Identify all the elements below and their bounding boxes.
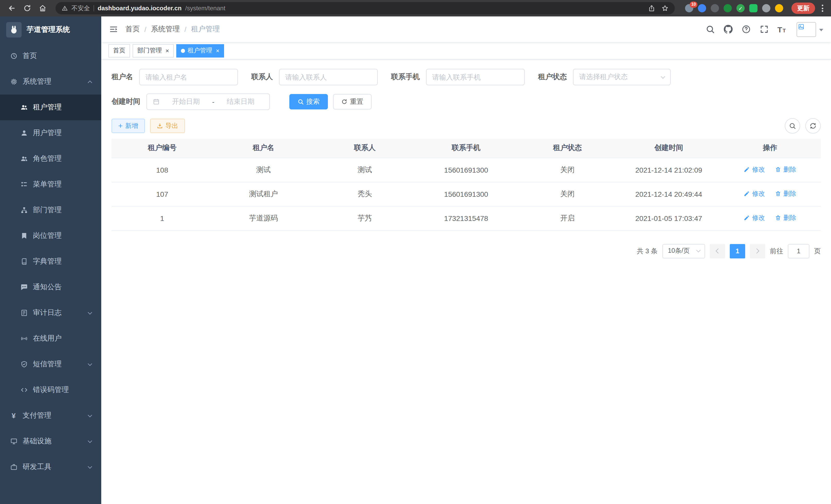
sidebar-item-label: 部门管理 [33, 206, 62, 215]
sidebar-item-role[interactable]: 角色管理 [0, 146, 101, 172]
address-bar[interactable]: 不安全 dashboard.yudao.iocoder.cn/system/te… [56, 2, 675, 14]
contact-input[interactable] [285, 73, 372, 81]
trash-icon [775, 167, 781, 173]
sidebar-item-user[interactable]: 用户管理 [0, 120, 101, 146]
sidebar-item-tenant[interactable]: 租户管理 [0, 94, 101, 120]
export-button-label: 导出 [166, 121, 178, 130]
page-size-select[interactable]: 10条/页 [662, 244, 705, 258]
prev-page-button[interactable] [710, 244, 725, 258]
reload-button[interactable] [21, 2, 34, 15]
help-button[interactable] [741, 25, 751, 34]
tag-home[interactable]: 首页 [109, 44, 130, 57]
delete-button[interactable]: 删除 [775, 166, 796, 174]
sidebar-item-payment[interactable]: ¥ 支付管理 [0, 403, 101, 428]
breadcrumb-item-home[interactable]: 首页 [125, 25, 140, 34]
home-button[interactable] [36, 2, 49, 15]
goto-page-input[interactable] [788, 244, 809, 258]
status-select[interactable]: 请选择租户状态 [573, 69, 671, 85]
sidebar-item-label: 租户管理 [33, 103, 62, 112]
sidebar-item-dict[interactable]: 字典管理 [0, 249, 101, 274]
cell-created: 2021-01-05 17:03:47 [618, 206, 719, 230]
sidebar-item-home[interactable]: 首页 [0, 43, 101, 69]
security-label: 不安全 [71, 4, 90, 12]
chevron-down-icon [88, 310, 92, 315]
edit-button[interactable]: 修改 [744, 189, 765, 198]
extension-icon-dark-green[interactable] [724, 4, 732, 12]
refresh-table-button[interactable] [805, 118, 821, 134]
pagination: 共 3 条 10条/页 1 前往 页 [112, 244, 821, 258]
reset-button[interactable]: 重置 [333, 94, 372, 110]
app-logo[interactable]: 芋道管理系统 [0, 17, 101, 43]
broken-image-icon [798, 23, 804, 30]
back-button[interactable] [5, 2, 19, 15]
audit-log-icon [20, 309, 28, 317]
delete-button[interactable]: 删除 [775, 189, 796, 198]
tag-tenant-active[interactable]: 租户管理 × [176, 44, 224, 57]
delete-label: 删除 [783, 166, 796, 174]
sidebar-item-post[interactable]: 岗位管理 [0, 223, 101, 249]
avatar [797, 22, 816, 37]
extension-icon-green-check[interactable]: ✓ [737, 4, 745, 12]
sidebar-item-dept[interactable]: 部门管理 [0, 197, 101, 223]
online-signal-icon [20, 335, 28, 342]
sidebar-item-label: 岗位管理 [33, 231, 62, 240]
sidebar-item-label: 错误码管理 [33, 385, 69, 394]
toggle-search-button[interactable] [785, 118, 800, 134]
edit-button[interactable]: 修改 [744, 214, 765, 223]
search-button[interactable]: 搜索 [289, 94, 328, 110]
export-button[interactable]: 导出 [150, 119, 185, 133]
update-button[interactable]: 更新 [792, 3, 815, 14]
chevron-down-icon [696, 248, 701, 253]
tenant-name-input[interactable] [145, 73, 232, 81]
sidebar-item-audit-log[interactable]: 审计日志 [0, 300, 101, 326]
github-button[interactable] [723, 25, 733, 34]
filter-row-2: 创建时间 开始日期 - 结束日期 搜索 重置 [112, 93, 821, 110]
fullscreen-button[interactable] [759, 25, 769, 34]
font-size-button[interactable]: T T [777, 25, 786, 33]
cell-contact: 芋艿 [314, 206, 416, 230]
sidebar-item-sms[interactable]: 短信管理 [0, 351, 101, 377]
pencil-icon [744, 167, 750, 173]
share-icon[interactable] [648, 5, 655, 12]
edit-button[interactable]: 修改 [744, 166, 765, 174]
next-page-button[interactable] [750, 244, 765, 258]
sidebar-collapse-button[interactable] [109, 25, 118, 34]
tag-dept[interactable]: 部门管理 × [133, 44, 174, 57]
user-icon [20, 129, 28, 137]
create-time-label: 创建时间 [112, 97, 140, 106]
star-icon[interactable] [661, 5, 668, 12]
close-icon[interactable]: × [166, 48, 169, 54]
breadcrumb-separator: / [184, 25, 187, 33]
url-host: dashboard.yudao.iocoder.cn [98, 5, 182, 12]
url-path: /system/tenant [185, 5, 225, 12]
sidebar-item-online-users[interactable]: 在线用户 [0, 326, 101, 351]
sidebar-item-notice[interactable]: 通知公告 [0, 274, 101, 300]
sidebar-menu: 首页 系统管理 租户管理 用户管理 角色管理 [0, 43, 101, 504]
sidebar-item-menu[interactable]: 菜单管理 [0, 172, 101, 197]
breadcrumb-item-system[interactable]: 系统管理 [151, 25, 180, 34]
profile-avatar-icon[interactable] [775, 4, 783, 12]
sidebar-item-label: 短信管理 [33, 360, 62, 369]
add-button[interactable]: + 新增 [112, 119, 145, 133]
sidebar-item-label: 基础设施 [23, 437, 51, 446]
status-select-placeholder: 请选择租户状态 [579, 72, 628, 82]
extension-icon-gray[interactable] [711, 4, 719, 12]
sidebar-item-infra[interactable]: 基础设施 [0, 428, 101, 454]
header-search-button[interactable] [705, 25, 715, 34]
edit-label: 修改 [752, 214, 765, 223]
close-icon[interactable]: × [216, 48, 220, 54]
sidebar-item-system[interactable]: 系统管理 [0, 69, 101, 94]
extension-icon-blue[interactable] [698, 4, 706, 12]
extension-icon-badged[interactable]: 10 [685, 4, 693, 12]
user-menu[interactable] [797, 22, 823, 37]
sidebar-item-error-code[interactable]: 错误码管理 [0, 377, 101, 403]
extension-icon-green-square[interactable] [749, 4, 757, 12]
create-time-range-picker[interactable]: 开始日期 - 结束日期 [146, 93, 270, 110]
delete-button[interactable]: 删除 [775, 214, 796, 223]
page-1-button[interactable]: 1 [730, 244, 745, 258]
reload-icon [23, 4, 31, 12]
extensions-puzzle-icon[interactable] [762, 4, 770, 12]
sidebar-item-dev-tools[interactable]: 研发工具 [0, 454, 101, 480]
phone-input[interactable] [432, 73, 519, 81]
browser-menu-button[interactable] [819, 5, 826, 12]
